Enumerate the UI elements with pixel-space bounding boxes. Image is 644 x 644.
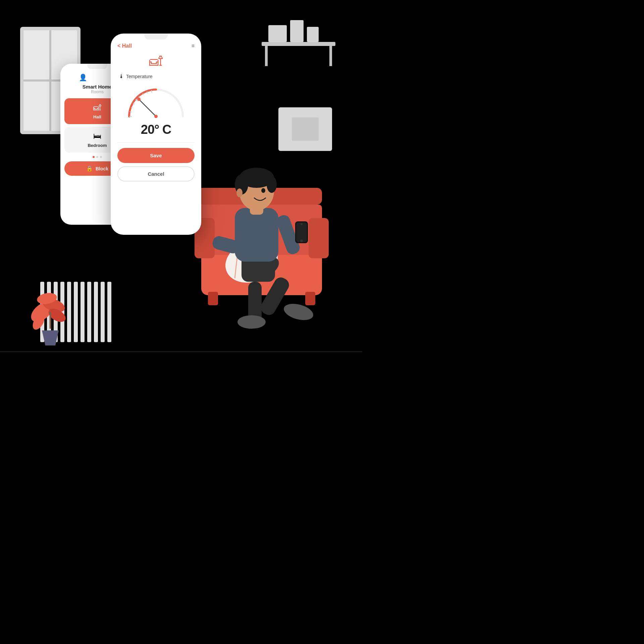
hall-room-label: Hall (93, 114, 101, 119)
floor-line (0, 351, 362, 352)
person-icon: 👤 (79, 73, 87, 82)
sofa-icon: 🛋 (111, 54, 201, 69)
picture-frame (278, 107, 332, 151)
svg-marker-6 (42, 330, 59, 345)
phone-front: < Hall ≡ 🛋 🌡 Temperature (111, 34, 201, 235)
lock-icon: 🔒 (86, 165, 93, 172)
phone-front-notch (144, 34, 168, 40)
shelf-box-3 (307, 27, 319, 42)
divider (117, 142, 195, 143)
temperature-text: Temperature (126, 74, 153, 79)
save-button[interactable]: Save (117, 148, 195, 163)
hall-room-icon: 🛋 (93, 103, 101, 112)
block-button-label: Block (96, 166, 108, 171)
svg-point-25 (154, 115, 158, 118)
dot-3 (100, 156, 102, 158)
dot-2 (96, 156, 98, 158)
shelf-box-2 (290, 20, 304, 42)
temperature-value: 20° C (111, 122, 201, 137)
svg-line-23 (151, 90, 152, 93)
menu-icon[interactable]: ≡ (192, 43, 195, 49)
dot-1 (93, 156, 95, 158)
temperature-label-row: 🌡 Temperature (111, 73, 201, 79)
phone-front-header: < Hall ≡ (111, 40, 201, 51)
svg-line-24 (139, 99, 156, 116)
bedroom-room-icon: 🛏 (93, 131, 101, 141)
shelf-box-1 (268, 25, 287, 42)
shelf-board (262, 42, 335, 46)
back-arrow[interactable]: < Hall (117, 43, 132, 49)
bedroom-room-label: Bedroom (88, 143, 107, 148)
phone-back-notch (87, 64, 107, 69)
cancel-button[interactable]: Cancel (117, 166, 195, 181)
temperature-gauge[interactable] (122, 83, 190, 120)
thermometer-icon: 🌡 (119, 73, 124, 79)
plant (29, 278, 69, 345)
shelf-area (262, 34, 335, 46)
